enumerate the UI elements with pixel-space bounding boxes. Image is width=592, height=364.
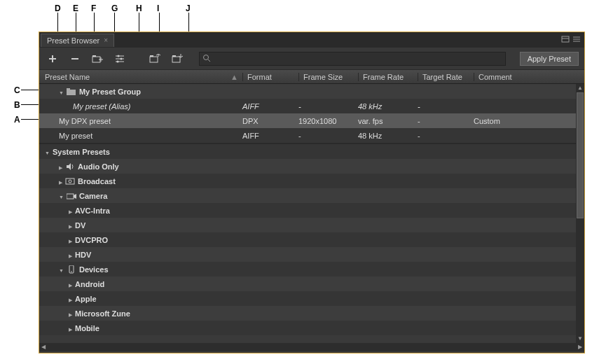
disclosure-closed-icon[interactable] xyxy=(69,280,72,288)
preset-name-cell: Mobile xyxy=(39,324,242,332)
callout-D: D xyxy=(55,4,61,13)
callout-E: E xyxy=(73,4,78,13)
table-row[interactable]: Camera xyxy=(39,188,584,203)
disclosure-closed-icon[interactable] xyxy=(69,236,72,244)
scroll-left-icon[interactable]: ◀ xyxy=(39,343,48,351)
table-row[interactable]: HDV xyxy=(39,247,584,262)
horizontal-scrollbar[interactable]: ◀ ▶ xyxy=(39,343,584,351)
panel-dock-icon[interactable] xyxy=(560,35,570,43)
row-label: HDV xyxy=(75,251,91,259)
row-label: Audio Only xyxy=(78,162,119,171)
close-icon[interactable]: × xyxy=(104,36,108,44)
table-row[interactable]: Mobile xyxy=(39,321,584,335)
cell-frame-size: - xyxy=(298,132,358,140)
callout-A: A xyxy=(14,115,20,125)
camera-icon xyxy=(67,192,76,200)
cell-frame-rate: 48 kHz xyxy=(358,102,418,111)
disclosure-open-icon[interactable] xyxy=(59,192,64,200)
disclosure-closed-icon[interactable] xyxy=(59,162,62,171)
table-row[interactable]: My DPX presetDPX1920x1080var. fps-Custom xyxy=(39,113,584,128)
panel-menu-icon[interactable] xyxy=(572,35,581,43)
table-row[interactable]: Devices xyxy=(39,262,584,276)
cell-target-rate: - xyxy=(418,132,474,140)
callout-C: C xyxy=(14,85,20,95)
disclosure-closed-icon[interactable] xyxy=(69,206,72,215)
svg-point-13 xyxy=(118,55,120,57)
broadcast-icon xyxy=(65,177,75,186)
disclosure-closed-icon[interactable] xyxy=(59,177,62,186)
tab-title: Preset Browser xyxy=(47,36,99,45)
tab-preset-browser[interactable]: Preset Browser × xyxy=(41,34,114,47)
cell-format: AIFF xyxy=(242,132,298,140)
cell-frame-size: - xyxy=(298,102,358,111)
preset-name-cell: My preset xyxy=(39,132,242,140)
svg-line-23 xyxy=(208,59,210,62)
scrollbar-thumb[interactable] xyxy=(577,92,584,218)
preset-name-cell: Microsoft Zune xyxy=(39,309,242,318)
search-box[interactable] xyxy=(199,52,506,66)
disclosure-open-icon[interactable] xyxy=(45,148,50,156)
table-row[interactable]: My Preset Group xyxy=(39,84,584,99)
tab-bar: Preset Browser × xyxy=(39,32,584,48)
table-row[interactable]: Android xyxy=(39,276,584,291)
preset-name-cell: My preset (Alias) xyxy=(39,102,242,111)
table-row[interactable]: AVC-Intra xyxy=(39,203,584,218)
disclosure-closed-icon[interactable] xyxy=(69,221,72,230)
svg-rect-28 xyxy=(67,194,74,199)
preset-list: My Preset GroupMy preset (Alias)AIFF-48 … xyxy=(39,84,584,343)
preset-browser-panel: Preset Browser × xyxy=(39,31,585,354)
delete-preset-button[interactable] xyxy=(67,52,83,66)
col-header-target-rate[interactable]: Target Rate xyxy=(418,73,474,81)
table-row[interactable]: Apple xyxy=(39,291,584,306)
table-row[interactable]: Audio Only xyxy=(39,159,584,174)
search-input[interactable] xyxy=(214,55,502,63)
row-label: Broadcast xyxy=(78,177,116,186)
col-header-frame-size[interactable]: Frame Size xyxy=(298,73,358,81)
preset-name-cell: My DPX preset xyxy=(39,117,242,125)
table-row[interactable]: Microsoft Zune xyxy=(39,306,584,321)
import-preset-button[interactable] xyxy=(147,52,163,66)
cell-target-rate: - xyxy=(418,117,474,125)
vertical-scrollbar[interactable]: ▲ ▼ xyxy=(576,84,584,343)
preset-name-cell: Broadcast xyxy=(39,177,242,186)
preset-name-cell: Camera xyxy=(39,192,242,200)
table-row[interactable]: System Presets xyxy=(39,144,584,159)
scroll-up-icon[interactable]: ▲ xyxy=(576,84,584,92)
preset-settings-button[interactable] xyxy=(112,52,128,66)
disclosure-open-icon[interactable] xyxy=(59,88,64,96)
scroll-down-icon[interactable]: ▼ xyxy=(576,335,584,343)
scroll-right-icon[interactable]: ▶ xyxy=(576,343,584,351)
col-header-frame-rate[interactable]: Frame Rate xyxy=(358,73,418,81)
callout-I: I xyxy=(157,4,159,13)
disclosure-closed-icon[interactable] xyxy=(69,324,72,332)
col-header-name[interactable]: Preset Name ▲ xyxy=(39,73,242,81)
new-group-button[interactable] xyxy=(90,52,105,66)
col-header-format[interactable]: Format xyxy=(242,73,298,81)
table-row[interactable]: My presetAIFF-48 kHz- xyxy=(39,128,584,143)
disclosure-open-icon[interactable] xyxy=(59,265,64,274)
disclosure-closed-icon[interactable] xyxy=(69,295,72,303)
table-row[interactable]: DVCPRO xyxy=(39,232,584,247)
svg-rect-0 xyxy=(562,36,569,42)
disclosure-closed-icon[interactable] xyxy=(69,309,72,318)
export-preset-button[interactable] xyxy=(170,52,185,66)
table-row[interactable]: Broadcast xyxy=(39,174,584,188)
svg-rect-21 xyxy=(172,55,176,57)
table-row[interactable]: DV xyxy=(39,218,584,232)
row-label: Apple xyxy=(75,295,97,303)
table-row[interactable]: My preset (Alias)AIFF-48 kHz- xyxy=(39,99,584,113)
preset-name-cell: AVC-Intra xyxy=(39,206,242,215)
col-header-comment[interactable]: Comment xyxy=(474,73,584,81)
row-label: My preset xyxy=(59,132,92,140)
apply-preset-button[interactable]: Apply Preset xyxy=(520,52,579,66)
row-label: My preset (Alias) xyxy=(73,102,131,111)
column-headers[interactable]: Preset Name ▲ Format Frame Size Frame Ra… xyxy=(39,70,584,84)
svg-rect-25 xyxy=(67,88,70,90)
folder-icon xyxy=(67,88,76,96)
row-label: Mobile xyxy=(75,324,99,332)
create-preset-button[interactable] xyxy=(45,52,60,66)
svg-rect-19 xyxy=(150,55,153,57)
row-label: Camera xyxy=(79,192,107,200)
disclosure-closed-icon[interactable] xyxy=(69,251,72,259)
svg-rect-24 xyxy=(67,90,76,95)
